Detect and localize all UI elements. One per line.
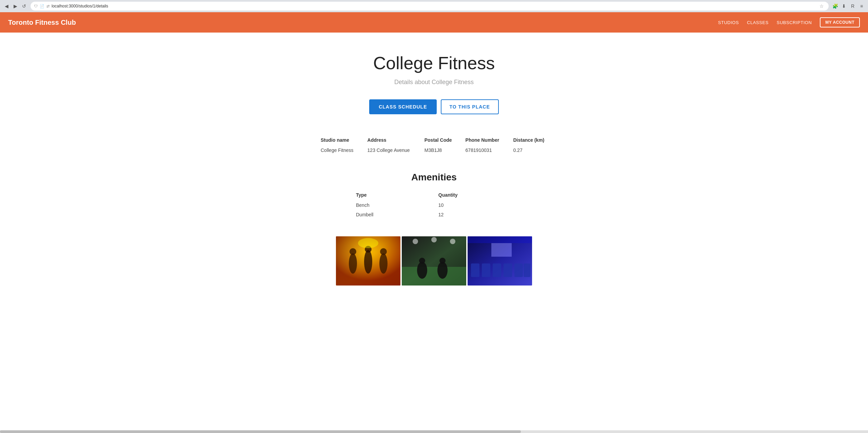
amenity-qty-bench: 10 [432,200,519,210]
cell-phone: 6781910031 [460,145,508,155]
browser-chrome: ◀ ▶ ↺ 🛡 📄 ⇄ localhost:3000/studios/1/det… [0,0,868,12]
svg-rect-9 [402,267,466,286]
translate-icon: ⇄ [46,4,50,8]
svg-point-16 [450,239,455,244]
svg-rect-21 [504,263,512,277]
table-row: College Fitness 123 College Avenue M3B1J… [315,145,553,155]
doc-icon: 📄 [40,4,44,8]
svg-point-5 [379,253,388,274]
cell-postal-code: M3B1J8 [419,145,460,155]
svg-point-6 [380,248,387,255]
gym-image-1 [336,236,400,286]
amenity-type-dumbell: Dumbell [349,210,432,219]
svg-point-11 [419,258,425,264]
amenity-qty-dumbell: 12 [432,210,519,219]
svg-point-1 [349,253,357,274]
gym-image-2 [402,236,466,286]
svg-point-13 [439,258,446,264]
studio-info-section: Studio name Address Postal Code Phone Nu… [315,135,553,155]
refresh-button[interactable]: ↺ [20,2,28,10]
svg-point-2 [350,248,356,255]
back-button[interactable]: ◀ [3,2,10,10]
col-header-postal: Postal Code [419,135,460,145]
url-text: localhost:3000/studios/1/details [52,4,108,8]
scrollbar-thumb [0,430,521,433]
amenity-row-bench: Bench 10 [349,200,519,210]
col-header-distance: Distance (km) [508,135,553,145]
nav-buttons: ◀ ▶ ↺ [3,2,28,10]
amenity-type-bench: Bench [349,200,432,210]
amenities-title: Amenities [349,172,519,183]
gym-image-3-overlay [468,236,532,286]
gym-image-3 [468,236,532,286]
my-account-button[interactable]: MY ACCOUNT [820,17,860,27]
gym-images-section [336,236,532,286]
svg-point-12 [437,262,448,279]
bookmark-star-icon[interactable]: ☆ [819,3,825,9]
svg-rect-23 [524,263,530,277]
menu-icon[interactable]: ≡ [858,2,865,10]
col-header-address: Address [362,135,419,145]
svg-rect-22 [514,263,523,277]
amenities-section: Amenities Type Quantity Bench 10 Dumbell… [349,172,519,219]
studio-subtitle: Details about College Fitness [394,79,474,86]
navbar: Toronto Fitness Club STUDIOS CLASSES SUB… [0,12,868,33]
svg-rect-20 [493,263,501,277]
svg-point-15 [431,237,437,242]
amenity-row-dumbell: Dumbell 12 [349,210,519,219]
gym-image-2-overlay [402,236,466,286]
brand-logo[interactable]: Toronto Fitness Club [8,19,76,26]
svg-rect-25 [491,243,512,257]
svg-point-7 [358,238,378,248]
svg-point-3 [364,250,372,274]
svg-point-14 [413,239,418,244]
to-this-place-button[interactable]: TO THIS PLACE [441,99,499,114]
navbar-links: STUDIOS CLASSES SUBSCRIPTION MY ACCOUNT [718,17,860,27]
amenity-col-type: Type [349,190,432,200]
extensions-icon[interactable]: 🧩 [831,2,839,10]
subscription-nav-link[interactable]: SUBSCRIPTION [777,20,812,25]
svg-rect-19 [482,263,490,277]
main-content: College Fitness Details about College Fi… [0,33,868,433]
svg-rect-18 [471,263,479,277]
svg-point-10 [417,262,427,279]
studio-table: Studio name Address Postal Code Phone Nu… [315,135,553,155]
studio-title: College Fitness [373,53,495,73]
profile-icon[interactable]: R [849,2,856,10]
browser-scrollbar[interactable] [0,430,868,433]
col-header-phone: Phone Number [460,135,508,145]
class-schedule-button[interactable]: CLASS SCHEDULE [369,99,436,114]
shield-icon: 🛡 [34,4,38,8]
amenity-col-quantity: Quantity [432,190,519,200]
cell-address: 123 College Avenue [362,145,419,155]
studios-nav-link[interactable]: STUDIOS [718,20,739,25]
cell-studio-name: College Fitness [315,145,362,155]
download-icon[interactable]: ⬇ [840,2,848,10]
action-buttons: CLASS SCHEDULE TO THIS PLACE [369,99,499,114]
svg-rect-24 [468,236,532,243]
forward-button[interactable]: ▶ [12,2,19,10]
cell-distance: 0.27 [508,145,553,155]
classes-nav-link[interactable]: CLASSES [747,20,768,25]
address-bar[interactable]: 🛡 📄 ⇄ localhost:3000/studios/1/details ☆ [31,2,829,11]
gym-image-1-overlay [336,236,400,286]
amenities-table: Type Quantity Bench 10 Dumbell 12 [349,190,519,219]
col-header-name: Studio name [315,135,362,145]
browser-actions: 🧩 ⬇ R ≡ [831,2,865,10]
